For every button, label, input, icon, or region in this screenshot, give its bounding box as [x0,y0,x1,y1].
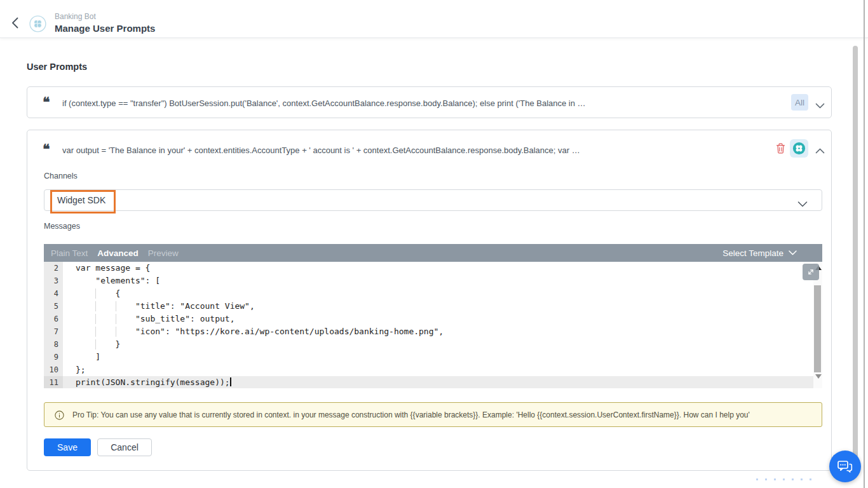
prompt-card-expanded: ❝ var output = 'The Balance in your' + c… [27,130,832,471]
line-number: 7 [44,325,63,338]
indent-guide [95,339,96,349]
editor-scrollbar-thumb[interactable] [814,285,821,372]
code-line: 11print(JSON.stringify(message)); [44,376,822,388]
manage-user-prompts-screen: Banking Bot Manage User Prompts User Pro… [0,0,868,488]
page-scrollbar-thumb[interactable] [853,46,858,471]
clipped-bottom-element [756,478,815,480]
bot-logo-icon [29,15,46,32]
channel-selected-value: Widget SDK [57,195,105,205]
cancel-button[interactable]: Cancel [97,438,152,456]
line-number: 6 [44,313,63,325]
indent-guide [95,327,96,337]
line-number: 3 [44,274,63,287]
indent-guide [95,288,96,299]
channel-badge: All [791,94,808,111]
tab-advanced[interactable]: Advanced [97,248,139,258]
code-line: 5 "title": "Account View", [44,300,822,313]
expand-editor-icon[interactable] [803,264,819,280]
save-button[interactable]: Save [44,438,91,456]
indent-guide [116,301,116,311]
quote-icon: ❝ [43,142,50,156]
indent-guide [95,314,96,324]
code-area[interactable]: 2var message = {3 "elements": [4 {5 "tit… [44,262,822,388]
scroll-down-arrow-icon[interactable] [815,374,822,379]
code-line: 9 ] [44,351,822,363]
prompt-card-collapsed[interactable]: ❝ if (context.type == "transfer") BotUse… [27,86,832,118]
prompt-text: var output = 'The Balance in your' + con… [62,146,761,155]
editor-toolbar: Plain Text Advanced Preview Select Templ… [44,244,822,262]
indent-guide [95,301,96,311]
select-template-label: Select Template [722,248,783,258]
add-channel-button[interactable] [790,139,808,158]
chevron-down-icon[interactable] [815,100,825,106]
prompt-text: if (context.type == "transfer") BotUserS… [62,98,780,108]
help-chat-button[interactable] [829,451,861,482]
text-cursor [230,377,231,386]
pro-tip-banner: Pro Tip: You can use any value that is c… [44,402,822,427]
delete-prompt-icon[interactable] [776,143,785,154]
line-number: 5 [44,300,63,313]
code-line: 8 } [44,338,822,351]
code-line: 2var message = { [44,262,822,274]
channels-label: Channels [44,172,78,180]
back-icon[interactable] [11,17,20,29]
messages-label: Messages [44,222,80,231]
section-title: User Prompts [27,62,87,72]
line-number: 10 [44,363,63,376]
pro-tip-text: Pro Tip: You can use any value that is c… [72,403,815,427]
window-edge-divider [864,0,865,488]
tab-preview[interactable]: Preview [148,248,179,258]
info-icon [55,410,64,420]
bot-name: Banking Bot [55,12,96,21]
indent-guide [116,314,116,324]
code-line: 4 { [44,287,822,300]
chevron-down-icon [797,198,808,204]
top-header: Banking Bot Manage User Prompts [0,0,868,38]
line-number: 11 [44,376,63,388]
indent-guide [116,327,116,337]
tab-plain-text[interactable]: Plain Text [51,248,88,258]
line-number: 4 [44,287,63,300]
line-number: 8 [44,338,63,351]
code-line: 6 "sub_title": output, [44,313,822,325]
select-template-dropdown[interactable]: Select Template [722,244,797,262]
code-lines: 2var message = {3 "elements": [4 {5 "tit… [44,262,822,388]
message-code-editor: Plain Text Advanced Preview Select Templ… [44,244,822,388]
code-line: 10}; [44,363,822,376]
quote-icon: ❝ [43,95,50,109]
line-number: 2 [44,262,63,274]
channel-select[interactable]: Widget SDK [44,189,822,211]
chevron-up-icon[interactable] [815,145,825,151]
editor-scrollbar [813,262,822,388]
line-number: 9 [44,351,63,363]
page-header-title: Manage User Prompts [55,23,155,34]
code-line: 7 "icon": "https://kore.ai/wp-content/up… [44,325,822,338]
code-line: 3 "elements": [ [44,274,822,287]
